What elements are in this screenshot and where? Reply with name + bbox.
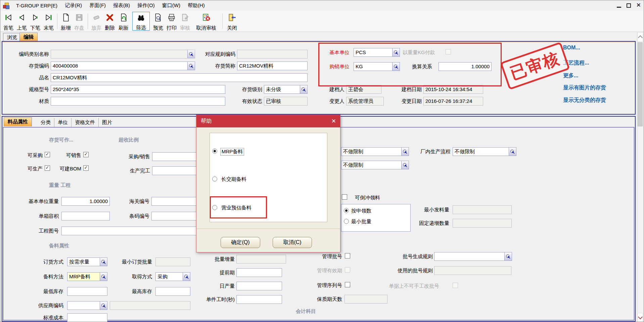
menu-record[interactable]: 记录(R)	[61, 1, 86, 10]
cancel-audit-button[interactable]: 取消审核	[192, 12, 221, 31]
prev-record-button[interactable]: 上笔	[15, 12, 29, 31]
subtab-classification[interactable]: 分类	[37, 118, 54, 127]
pay-by-weight-checkbox[interactable]	[446, 49, 451, 54]
audit-button[interactable]: 审核	[178, 12, 192, 31]
lookup-icon[interactable]	[401, 147, 409, 156]
dialog-title-bar[interactable]: 帮助	[196, 115, 340, 127]
unit-hours-field[interactable]	[236, 295, 282, 304]
no-manual-batch-checkbox[interactable]	[453, 283, 458, 288]
preview-button[interactable]: 预览	[151, 12, 165, 31]
lookup-icon[interactable]	[300, 85, 308, 94]
trade-unit-field[interactable]: KG	[354, 62, 400, 71]
refresh-button[interactable]: 刷新	[117, 12, 131, 31]
new-button[interactable]: 新增	[59, 12, 73, 31]
menu-help[interactable]: 帮助(H)	[184, 1, 209, 10]
sales-forecast-prep-label[interactable]: 营业预估备料	[221, 205, 251, 211]
conversion-field[interactable]: 1.00000	[439, 62, 492, 71]
prep-method-field[interactable]: MRP备料	[67, 272, 107, 281]
lookup-icon[interactable]	[504, 252, 512, 261]
material-field[interactable]	[51, 97, 225, 106]
factory-flow-field[interactable]: 不做限制	[453, 147, 516, 156]
can-sell-checkbox[interactable]	[83, 152, 89, 157]
window-close-button[interactable]: ✕	[636, 2, 641, 9]
delete-button[interactable]: 删除	[103, 12, 117, 31]
max-stock-field[interactable]	[155, 287, 190, 296]
mrp-prep-radio[interactable]	[212, 149, 217, 154]
unit-weight-field[interactable]: 1.00000	[61, 197, 110, 206]
bom-link[interactable]: BOM...	[563, 45, 580, 51]
menu-report[interactable]: 报表(B)	[109, 1, 134, 10]
lookup-icon[interactable]	[100, 301, 107, 310]
scrollbar-thumb[interactable]	[638, 42, 643, 126]
menu-interface[interactable]: 界面(F)	[86, 1, 109, 10]
tab-browse[interactable]: 浏览	[3, 33, 21, 41]
item-name-field[interactable]: CR12MOV精料	[51, 73, 308, 82]
menu-operation[interactable]: 操作(O)	[134, 1, 158, 10]
lookup-icon[interactable]	[509, 147, 516, 156]
minimize-button[interactable]	[617, 7, 621, 8]
daily-output-field[interactable]	[236, 282, 282, 290]
can-purchase-checkbox[interactable]	[45, 152, 50, 157]
save-button[interactable]: 存盘	[73, 12, 86, 31]
issue-by-request-radio[interactable]	[344, 208, 349, 213]
scroll-up-button[interactable]	[637, 32, 643, 42]
menu-window[interactable]: 窗口(W)	[158, 1, 184, 10]
box-volume-field[interactable]	[61, 212, 110, 220]
subtab-unit[interactable]: 单位	[54, 118, 72, 127]
filter-button[interactable]: 筛选	[132, 12, 150, 31]
close-form-button[interactable]: 关闭	[224, 12, 240, 31]
lookup-icon[interactable]	[187, 50, 195, 58]
first-record-button[interactable]: 首笔	[2, 12, 15, 31]
sales-forecast-prep-radio[interactable]	[212, 205, 217, 210]
order-mode-field[interactable]: 按需求量	[67, 257, 107, 266]
level-field[interactable]: 未分级	[264, 85, 308, 94]
restriction-field-1[interactable]: 不做限制	[341, 147, 409, 156]
spec-field[interactable]: 250*240*35	[51, 85, 225, 94]
print-button[interactable]: 打印	[165, 12, 178, 31]
can-produce-checkbox[interactable]	[45, 165, 50, 171]
subtab-image[interactable]: 图片	[99, 118, 116, 127]
base-unit-field[interactable]: PCS	[354, 48, 400, 57]
rule-code-field[interactable]	[237, 50, 308, 58]
lookup-icon[interactable]	[392, 62, 400, 71]
restriction-field-2[interactable]: 不做限制	[341, 161, 409, 169]
supplier-code-field[interactable]	[67, 301, 107, 310]
manage-batch-checkbox[interactable]	[345, 253, 350, 258]
batch-rule-field[interactable]	[434, 252, 512, 261]
cancel-button[interactable]: 取消(C)	[273, 237, 312, 248]
long-lead-prep-radio[interactable]	[212, 176, 217, 182]
manage-validity-checkbox[interactable]	[345, 267, 350, 273]
menu-tgroup-erp[interactable]: T-GROUP ERP(E)	[12, 1, 61, 10]
subtab-qualification[interactable]: 资格文件	[72, 118, 99, 127]
vertical-scrollbar[interactable]	[637, 32, 643, 322]
last-record-button[interactable]: 末笔	[42, 12, 55, 31]
abandon-button[interactable]: 放弃	[90, 12, 103, 31]
item-short-field[interactable]: CR12MOV精料	[237, 62, 308, 70]
lead-time-field[interactable]	[236, 268, 282, 277]
std-cost-field[interactable]	[67, 313, 107, 322]
acquire-mode-field[interactable]: 采购	[155, 272, 190, 281]
shelf-days-field[interactable]	[344, 295, 387, 304]
can-build-bom-checkbox[interactable]	[83, 165, 89, 171]
lookup-icon[interactable]	[392, 48, 400, 57]
lookup-icon[interactable]	[401, 161, 409, 169]
next-record-button[interactable]: 下笔	[29, 12, 42, 31]
item-code-field[interactable]: 400400008	[51, 62, 195, 70]
ok-button[interactable]: 确定(Q)	[221, 237, 260, 248]
mrp-prep-label[interactable]: MRP备料	[220, 148, 244, 156]
show-unclassified-link[interactable]: 显示无分类的存货	[563, 97, 606, 104]
show-with-image-link[interactable]: 显示有图片的存货	[563, 84, 606, 91]
lookup-icon[interactable]	[187, 62, 195, 70]
tab-edit[interactable]: 编辑	[19, 33, 38, 41]
scroll-down-button[interactable]	[637, 313, 643, 322]
more-link[interactable]: 更多...	[563, 72, 578, 79]
long-lead-prep-label[interactable]: 长交期备料	[221, 176, 246, 183]
restore-button[interactable]	[627, 3, 631, 8]
min-stock-field[interactable]	[67, 287, 107, 296]
issue-by-min-radio[interactable]	[344, 219, 349, 224]
backflush-checkbox[interactable]	[342, 194, 347, 200]
code-category-field[interactable]	[51, 50, 195, 58]
manage-serial-checkbox[interactable]	[345, 282, 350, 287]
dialog-close-icon[interactable]: ✕	[331, 118, 336, 125]
subtab-item-attributes[interactable]: 料品属性	[4, 117, 32, 126]
